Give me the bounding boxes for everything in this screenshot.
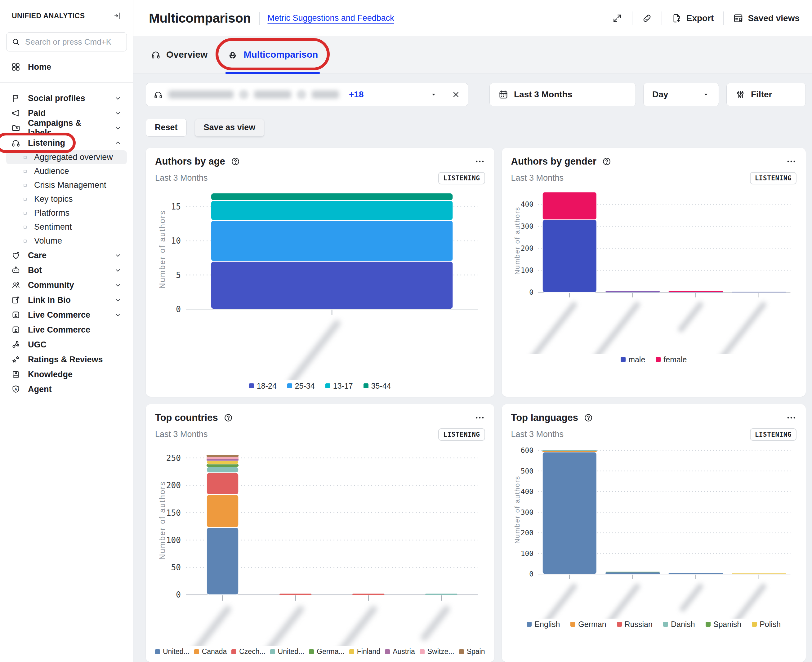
chevron-up-icon[interactable] [114, 139, 122, 147]
sidebar-item-campaigns-labels[interactable]: Campaigns & labels [0, 121, 133, 135]
sidebar-item-key-topics[interactable]: Key topics [6, 192, 127, 206]
chevron-down-icon[interactable] [114, 94, 122, 102]
save-as-view-button[interactable]: Save as view [195, 119, 264, 137]
legend-item-18-24[interactable]: 18-24 [249, 381, 277, 390]
sidebar-item-label: Live Commerce [28, 325, 90, 335]
chevron-down-icon[interactable] [114, 296, 122, 304]
granularity-select[interactable]: Day [643, 83, 719, 106]
tab-overview[interactable]: Overview [151, 49, 208, 60]
sidebar-item-home[interactable]: Home [0, 59, 133, 74]
chart-time-range: Last 3 Months [511, 429, 564, 439]
sidebar-item-knowledge[interactable]: Knowledge [0, 367, 133, 382]
page-title: Multicomparison [149, 11, 251, 26]
chevron-down-icon[interactable] [114, 266, 122, 274]
help-icon[interactable] [224, 413, 233, 423]
legend-item-finland[interactable]: Finland [349, 648, 380, 656]
legend-item-danish[interactable]: Danish [663, 620, 695, 629]
more-count-badge[interactable]: +18 [349, 90, 364, 100]
legend-item-switze[interactable]: Switze... [420, 648, 454, 656]
legend-item-male[interactable]: male [620, 355, 645, 364]
app-window: UNIFIED ANALYTICS HomeSocial profilesPai… [0, 0, 812, 662]
legend-item-spain[interactable]: Spain [459, 648, 485, 656]
chevron-down-icon[interactable] [114, 311, 122, 319]
search-input[interactable] [24, 37, 130, 47]
legend-item-spanish[interactable]: Spanish [706, 620, 741, 629]
sidebar-item-volume[interactable]: Volume [6, 234, 127, 248]
blurred-chip [254, 90, 291, 98]
close-icon[interactable] [451, 90, 461, 99]
legend-item-canada[interactable]: Canada [194, 648, 227, 656]
sidebar-item-sentiment[interactable]: Sentiment [6, 220, 127, 234]
sidebar-item-ratings-reviews[interactable]: Ratings & Reviews [0, 352, 133, 367]
legend-item-female[interactable]: female [656, 355, 687, 364]
sidebar-item-ugc[interactable]: UGC [0, 337, 133, 352]
sidebar-item-link-in-bio[interactable]: Link In Bio [0, 292, 133, 307]
sidebar-item-live-commerce[interactable]: Live Commerce [0, 322, 133, 337]
svg-text:Number of authors: Number of authors [513, 206, 521, 275]
sidebar-item-agent[interactable]: AAgent [0, 382, 133, 397]
chart-title: Top languages [511, 412, 578, 423]
tab-multicomparison[interactable]: Multicomparison [227, 49, 318, 60]
collapse-sidebar-icon[interactable] [113, 11, 122, 21]
chevron-down-icon[interactable] [114, 109, 122, 117]
legend-label: 18-24 [257, 381, 277, 390]
legend-item-english[interactable]: English [527, 620, 560, 629]
more-menu-icon[interactable] [786, 413, 796, 423]
expand-icon[interactable] [612, 13, 622, 24]
saved-views-button[interactable]: Saved views [733, 13, 799, 24]
legend-item-germa[interactable]: Germa... [309, 648, 344, 656]
sidebar-item-listening[interactable]: Listening [0, 135, 133, 150]
more-menu-icon[interactable] [475, 156, 485, 167]
legend-item-polish[interactable]: Polish [752, 620, 781, 629]
more-menu-icon[interactable] [475, 413, 485, 423]
blurred-axis-label [678, 582, 704, 612]
sliders-icon [735, 90, 745, 100]
caret-down-icon[interactable] [430, 90, 438, 98]
more-menu-icon[interactable] [786, 156, 796, 167]
flag-icon [11, 93, 21, 103]
legend-item-german[interactable]: German [570, 620, 606, 629]
legend-item-35-44[interactable]: 35-44 [364, 381, 391, 390]
sidebar-item-platforms[interactable]: Platforms [6, 206, 127, 220]
search-box[interactable] [6, 32, 127, 51]
metric-suggestions-link[interactable]: Metric Suggestions and Feedback [267, 13, 394, 23]
reset-button[interactable]: Reset [146, 119, 187, 137]
sidebar-item-social-profiles[interactable]: Social profiles [0, 91, 133, 106]
blurred-avatar [239, 90, 248, 99]
chevron-down-icon[interactable] [114, 124, 122, 132]
legend-item-czech[interactable]: Czech... [231, 648, 265, 656]
help-icon[interactable] [584, 413, 593, 423]
chevron-down-icon[interactable] [114, 251, 122, 259]
sidebar-item-bot[interactable]: Bot [0, 263, 133, 278]
help-icon[interactable] [602, 157, 611, 166]
chevron-down-icon[interactable] [114, 281, 122, 289]
help-icon[interactable] [231, 157, 240, 166]
sidebar-item-crisis-management[interactable]: Crisis Management [6, 178, 127, 192]
chart-legend: EnglishGermanRussianDanishSpanishPolish [511, 620, 796, 629]
legend-label: United... [163, 648, 190, 656]
sidebar-item-live-commerce[interactable]: Live Commerce [0, 307, 133, 322]
legend-item-united[interactable]: United... [155, 648, 190, 656]
legend-label: Danish [671, 620, 695, 629]
chart-legend: 18-2425-3413-1735-44 [155, 381, 485, 390]
legend-label: female [664, 355, 687, 364]
sidebar-item-audience[interactable]: Audience [6, 164, 127, 178]
legend-item-russian[interactable]: Russian [617, 620, 652, 629]
sidebar-item-aggregated-overview[interactable]: Aggregated overview [6, 150, 127, 164]
legend-item-united[interactable]: United... [270, 648, 304, 656]
export-icon [672, 13, 682, 24]
card-authors-by-gender: Authors by genderLast 3 MonthsLISTENING0… [502, 148, 806, 397]
header-separator [632, 11, 632, 25]
export-button[interactable]: Export [672, 13, 714, 24]
date-range-button[interactable]: Last 3 Months [490, 83, 636, 106]
legend-item-13-17[interactable]: 13-17 [325, 381, 353, 390]
filter-button[interactable]: Filter [727, 83, 806, 106]
selection-filter-pill[interactable]: +18 [146, 83, 468, 106]
card-top-languages: Top languagesLast 3 MonthsLISTENING01002… [502, 404, 806, 662]
legend-item-austria[interactable]: Austria [385, 648, 415, 656]
sidebar-item-care[interactable]: Care [0, 248, 133, 263]
legend-item-25-34[interactable]: 25-34 [287, 381, 315, 390]
copy-link-icon[interactable] [642, 13, 652, 24]
sidebar-item-community[interactable]: Community [0, 278, 133, 292]
svg-text:0: 0 [529, 288, 533, 296]
